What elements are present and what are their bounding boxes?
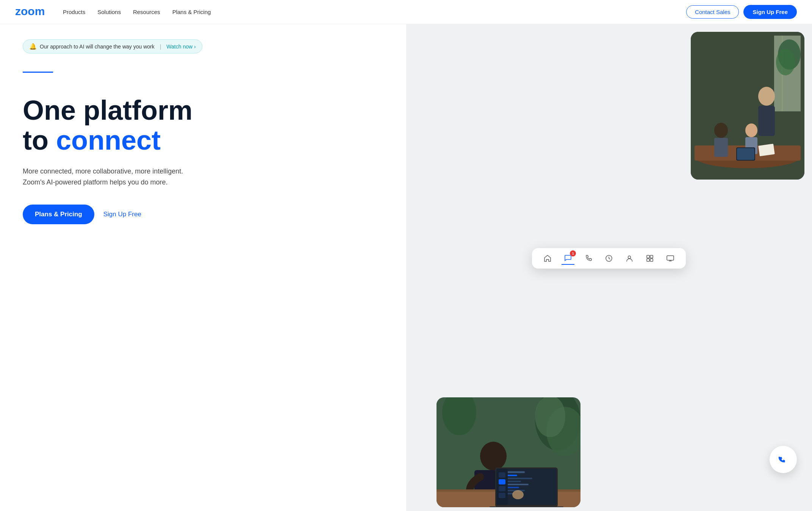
svg-rect-10: [758, 106, 775, 136]
laptop-card: [437, 397, 580, 507]
svg-text:zoom: zoom: [15, 5, 45, 17]
svg-point-50: [512, 490, 524, 499]
nav-resources[interactable]: Resources: [133, 9, 160, 15]
laptop-illustration: [437, 397, 580, 507]
meeting-image: [691, 32, 804, 180]
dock-clock-icon[interactable]: [602, 252, 615, 265]
svg-rect-47: [499, 486, 505, 491]
svg-point-6: [776, 49, 795, 75]
hero-title-highlight: connect: [56, 125, 161, 155]
hero-right: 1: [406, 24, 812, 511]
dock-phone-icon[interactable]: [582, 252, 595, 265]
announcement-banner[interactable]: 🔔 Our approach to AI will change the way…: [23, 39, 202, 53]
dock-team-icon[interactable]: [643, 252, 656, 265]
svg-point-28: [535, 397, 565, 437]
dock-contacts-icon[interactable]: [623, 252, 636, 265]
svg-rect-23: [650, 259, 653, 261]
hero-title: One platform to connect: [23, 95, 383, 155]
bell-icon: 🔔: [29, 43, 37, 50]
svg-rect-49: [490, 506, 563, 507]
svg-point-9: [758, 87, 775, 106]
dock-home-icon[interactable]: [541, 252, 554, 265]
banner-text: Our approach to AI will change the way y…: [40, 44, 155, 50]
floating-call-button[interactable]: [770, 446, 797, 473]
signup-hero-button[interactable]: Sign Up Free: [103, 211, 141, 218]
svg-rect-22: [647, 259, 649, 261]
svg-rect-24: [667, 256, 674, 260]
svg-rect-17: [758, 144, 775, 156]
meeting-card: [691, 32, 804, 180]
svg-rect-20: [647, 255, 649, 258]
svg-rect-12: [714, 138, 728, 157]
laptop-image: [437, 397, 580, 507]
dock-screen-icon[interactable]: [664, 252, 677, 265]
navigation: zoom Products Solutions Resources Plans …: [0, 0, 812, 24]
svg-point-30: [480, 442, 507, 470]
svg-point-19: [628, 256, 631, 259]
nav-products[interactable]: Products: [63, 9, 85, 15]
plans-pricing-button[interactable]: Plans & Pricing: [23, 205, 94, 224]
logo[interactable]: zoom: [15, 5, 49, 19]
nav-solutions[interactable]: Solutions: [97, 9, 121, 15]
nav-plans-pricing[interactable]: Plans & Pricing: [172, 9, 211, 15]
zoom-logo-svg: zoom: [15, 5, 49, 17]
svg-rect-46: [499, 479, 505, 484]
hero-ctas: Plans & Pricing Sign Up Free: [23, 205, 383, 224]
contact-sales-button[interactable]: Contact Sales: [686, 5, 739, 19]
banner-watch-link[interactable]: Watch now ›: [166, 44, 196, 50]
phone-call-icon: [776, 453, 790, 466]
nav-links: Products Solutions Resources Plans & Pri…: [63, 9, 686, 15]
hero-section: 🔔 Our approach to AI will change the way…: [0, 24, 812, 511]
zoom-dock: 1: [532, 248, 686, 269]
svg-rect-16: [737, 148, 754, 160]
svg-point-51: [776, 453, 790, 466]
dock-chat-icon[interactable]: 1: [562, 252, 574, 265]
chat-badge: 1: [570, 250, 576, 256]
svg-rect-48: [499, 493, 505, 498]
nav-actions: Contact Sales Sign Up Free: [686, 5, 797, 19]
svg-point-13: [745, 123, 757, 137]
hero-left: 🔔 Our approach to AI will change the way…: [0, 24, 406, 511]
signup-nav-button[interactable]: Sign Up Free: [743, 5, 797, 19]
blue-divider: [23, 72, 53, 73]
hero-subtitle: More connected, more collaborative, more…: [23, 166, 197, 188]
banner-separator: |: [160, 44, 161, 50]
meeting-illustration: [691, 32, 804, 180]
svg-rect-45: [499, 472, 505, 478]
svg-point-11: [714, 123, 728, 138]
svg-rect-21: [650, 255, 653, 258]
